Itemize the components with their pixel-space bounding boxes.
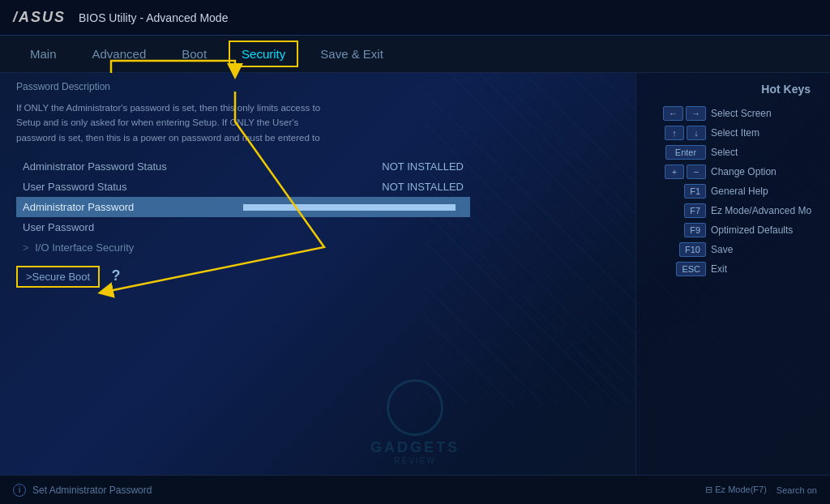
admin-password-label: Administrator Password (23, 201, 235, 213)
hotkey-change-option-label: Change Option (711, 166, 817, 177)
admin-password-bar (243, 204, 456, 211)
hotkey-optimized-defaults-label: Optimized Defaults (711, 224, 817, 236)
hotkey-keys-enter: Enter (649, 145, 706, 160)
nav-item-main[interactable]: Main (16, 40, 71, 68)
hotkey-optimized-defaults: F9 Optimized Defaults (649, 220, 817, 240)
hotkey-keys-esc: ESC (649, 262, 706, 276)
secure-boot-container: >Secure Boot ? (16, 263, 619, 288)
nav-item-save-exit[interactable]: Save & Exit (306, 40, 397, 68)
hotkey-keys-f7: F7 (649, 203, 706, 218)
user-password-status-row: User Password Status NOT INSTALLED (16, 177, 470, 197)
key-f9: F9 (684, 223, 706, 237)
hotkey-keys-plusminus: + − (649, 164, 706, 179)
bottom-info: i Set Administrator Password (13, 484, 152, 497)
bottom-right: ⊟ Ez Mode(F7) Search on (705, 485, 817, 495)
hotkey-exit-label: Exit (711, 263, 817, 275)
hotkey-general-help: F1 General Help (649, 182, 817, 201)
hotkey-select-screen-label: Select Screen (711, 108, 817, 119)
nav-item-boot[interactable]: Boot (168, 40, 220, 68)
nav-item-security[interactable]: Security (229, 41, 298, 67)
hotkey-ez-mode-label: Ez Mode/Advanced Mo (711, 205, 817, 216)
main-panel: Password Description If ONLY the Adminis… (0, 73, 635, 475)
help-icon: ? (112, 267, 121, 284)
hotkey-select-item-label: Select Item (711, 127, 817, 139)
user-password-row[interactable]: User Password (16, 217, 470, 237)
user-password-status-label: User Password Status (23, 181, 366, 193)
user-password-status-value: NOT INSTALLED (366, 181, 464, 193)
bios-title: BIOS Utility - Advanced Mode (79, 11, 228, 24)
admin-password-status-row: Administrator Password Status NOT INSTAL… (16, 156, 470, 177)
hotkey-save-label: Save (711, 244, 817, 255)
secure-boot-item[interactable]: >Secure Boot (16, 266, 100, 288)
hotkey-keys-f10: F10 (649, 242, 706, 257)
key-f1: F1 (684, 184, 706, 199)
bottom-bar: i Set Administrator Password ⊟ Ez Mode(F… (0, 475, 830, 504)
admin-password-status-label: Administrator Password Status (23, 160, 366, 173)
io-interface-security-label: I/O Interface Security (35, 241, 134, 254)
key-left: ← (663, 106, 683, 121)
hotkey-keys-ud: ↑ ↓ (649, 126, 706, 140)
nav-item-advanced[interactable]: Advanced (79, 40, 160, 68)
hotkey-exit: ESC Exit (649, 259, 817, 279)
settings-list: Administrator Password Status NOT INSTAL… (16, 156, 619, 288)
hotkey-keys-f1: F1 (649, 184, 706, 199)
admin-password-row[interactable]: Administrator Password (16, 197, 470, 217)
admin-password-status-value: NOT INSTALLED (366, 160, 464, 173)
hotkey-select-screen: ← → Select Screen (649, 104, 817, 123)
search-label[interactable]: Search on (777, 485, 817, 495)
hotkey-keys-f9: F9 (649, 223, 706, 237)
key-right: → (686, 106, 706, 121)
ez-mode-label[interactable]: ⊟ Ez Mode(F7) (705, 485, 767, 495)
user-password-label: User Password (23, 221, 464, 233)
hotkey-keys-lr: ← → (649, 106, 706, 121)
key-f10: F10 (679, 242, 706, 257)
hotkey-general-help-label: General Help (711, 186, 817, 197)
key-down: ↓ (687, 126, 706, 140)
io-interface-security-item[interactable]: I/O Interface Security (16, 237, 470, 258)
key-plus: + (665, 164, 684, 179)
section-title: Password Description (16, 81, 619, 92)
key-up: ↑ (665, 126, 684, 140)
hotkeys-title: Hot Keys (649, 83, 817, 96)
hotkey-change-option: + − Change Option (649, 162, 817, 182)
key-f7: F7 (684, 203, 706, 218)
hotkey-select: Enter Select (649, 143, 817, 162)
hotkey-save: F10 Save (649, 240, 817, 259)
hotkey-ez-mode: F7 Ez Mode/Advanced Mo (649, 201, 817, 220)
key-enter: Enter (665, 145, 706, 160)
bottom-info-label: Set Administrator Password (32, 485, 152, 496)
secure-boot-label: >Secure Boot (26, 271, 90, 283)
key-esc: ESC (676, 262, 706, 276)
info-icon: i (13, 484, 26, 497)
hotkeys-panel: Hot Keys ← → Select Screen ↑ ↓ Select It… (635, 73, 830, 475)
password-description: If ONLY the Administrator's password is … (16, 100, 324, 145)
key-minus: − (687, 164, 706, 179)
bios-header: /ASUS BIOS Utility - Advanced Mode (0, 0, 830, 36)
hotkey-select-label: Select (711, 147, 817, 158)
hotkey-select-item: ↑ ↓ Select Item (649, 123, 817, 143)
asus-logo: /ASUS (13, 9, 66, 26)
nav-bar: Main Advanced Boot Security Save & Exit (0, 36, 830, 73)
